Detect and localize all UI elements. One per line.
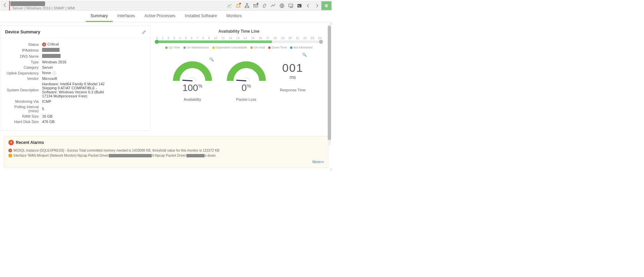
availability-label: Availability (172, 97, 213, 101)
label-polling: Polling Interval (mins) (5, 105, 42, 113)
edit-icon[interactable] (142, 30, 146, 34)
timeline-legend: Up Time On Maintenance Dependent Unavail… (154, 46, 324, 49)
chart-icon[interactable] (225, 1, 234, 10)
responsetime-unit: ms (280, 74, 306, 80)
value-disk: 476 GB (42, 120, 146, 124)
timeline-end-handle[interactable] (319, 40, 323, 44)
responsetime-value: 001 (280, 61, 306, 74)
value-ip-redacted (42, 48, 60, 52)
value-dns-redacted (42, 54, 61, 58)
toolbar-icons (225, 1, 331, 10)
label-ram: RAM Size (5, 114, 42, 118)
alarm-row[interactable]: ! Interface 'WAN Miniport (Network Monit… (8, 153, 324, 158)
label-uplink: Uplink Dependency (5, 71, 42, 75)
svg-rect-3 (248, 7, 249, 8)
value-vendor: Microsoft (42, 76, 146, 81)
label-monvia: Monitoring Via (5, 99, 42, 103)
timeline-uptime-fill (156, 40, 272, 43)
timeline-start-handle[interactable] (155, 40, 159, 44)
value-polling: 5 (42, 107, 146, 111)
workflow-icon[interactable] (243, 1, 251, 10)
svg-line-15 (236, 80, 246, 81)
bell-icon: 🔔 (8, 140, 14, 145)
timeline-axis: 0123456789101112131415161718192021222324 (154, 36, 324, 40)
tab-active-processes[interactable]: Active Processes (140, 11, 180, 22)
alarm-text: MSSQL Instance [SQLEXPRESS] - Excess Tot… (13, 149, 219, 152)
value-monvia: ICMP (42, 99, 146, 103)
value-sysdesc: Hardware: Intel64 Family 6 Model 142 Ste… (42, 82, 113, 98)
label-dns: DNS Name (5, 54, 42, 58)
label-ip: IPAddress (5, 48, 42, 52)
packetloss-label: Packet Loss (226, 97, 266, 101)
value-uplink: None? (42, 71, 146, 75)
tab-interfaces[interactable]: Interfaces (113, 11, 140, 22)
device-fields: Status ✕Critical IPAddress DNS Name Type… (1, 38, 150, 130)
back-button[interactable] (1, 2, 9, 9)
tab-summary[interactable]: Summary (86, 11, 112, 22)
alarm-row[interactable]: ✕ MSSQL Instance [SQLEXPRESS] - Excess T… (8, 148, 324, 153)
recent-alarms-card: 🔔 Recent Alarms ✕ MSSQL Instance [SQLEXP… (4, 136, 328, 168)
legend-downtime: Down Time (272, 46, 287, 49)
availability-value: 100 (182, 83, 198, 93)
value-category: Server (42, 65, 146, 69)
tab-bar: Summary Interfaces Active Processes Inst… (1, 11, 332, 22)
legend-onhold: On Hold (254, 46, 265, 49)
resize-handle-bottom[interactable]: ⠿ (330, 168, 332, 172)
scrollbar[interactable] (328, 24, 331, 146)
link-icon[interactable] (260, 1, 269, 10)
alarms-title: 🔔 Recent Alarms (8, 140, 324, 145)
label-category: Category (5, 65, 42, 69)
device-summary-title-text: Device Summary (5, 29, 40, 34)
value-status: ✕Critical (42, 42, 146, 47)
value-ram: 16 GB (42, 114, 146, 118)
globe-icon[interactable] (278, 1, 286, 10)
prev-icon[interactable] (304, 1, 313, 10)
zoom-icon[interactable]: 🔍 (302, 53, 307, 57)
zoom-icon[interactable]: 🔍 (209, 57, 214, 62)
responsetime-label: Response Time (280, 88, 306, 92)
label-disk: Hard Disk Size (5, 120, 42, 124)
device-summary-title: Device Summary (1, 26, 150, 38)
svg-rect-8 (297, 4, 301, 7)
legend-uptime: Up Time (169, 46, 180, 49)
terminal-icon[interactable] (295, 1, 304, 10)
gauge-packetloss: 0% Packet Loss (226, 61, 266, 101)
timeline-title: Availability Time Line (154, 29, 324, 34)
legend-maintenance: On Maintenance (187, 46, 209, 49)
svg-rect-1 (246, 3, 248, 4)
warning-icon: ! (8, 154, 12, 157)
svg-rect-2 (245, 7, 246, 8)
tab-monitors[interactable]: Monitors (222, 11, 247, 22)
next-icon[interactable] (313, 1, 321, 10)
label-sysdesc: System Description (5, 88, 42, 92)
main-content: ⠿ Device Summary Status ✕Critical IPAddr… (1, 22, 332, 172)
mail-icon[interactable] (251, 1, 260, 10)
alert-icon[interactable] (234, 1, 243, 10)
legend-dependent: Dependent Unavailable (216, 46, 247, 49)
packetloss-value: 0 (242, 83, 247, 93)
device-summary-card: Device Summary Status ✕Critical IPAddres… (1, 26, 151, 131)
trend-icon[interactable] (269, 1, 278, 10)
svg-point-7 (291, 6, 293, 8)
label-status: Status (5, 42, 42, 47)
help-icon[interactable]: ? (52, 71, 56, 75)
label-type: Type (5, 60, 42, 64)
timeline-track[interactable] (156, 40, 322, 43)
hamburger-menu[interactable] (321, 1, 331, 10)
error-icon: ✕ (8, 149, 12, 152)
top-header: Server | Windows 2016 | SNMP | WMI (1, 1, 332, 11)
critical-icon: ✕ (42, 42, 46, 47)
gauges-row: 🔍 100% Availability 0% (154, 61, 324, 101)
more-link[interactable]: More>> (313, 160, 324, 164)
status-accent (9, 1, 10, 10)
scrollbar-thumb[interactable] (328, 26, 331, 140)
legend-notmonitored: Not Monitored (293, 46, 313, 49)
gauge-availability: 🔍 100% Availability (172, 61, 213, 101)
availability-panel: Availability Time Line 01234567891011121… (154, 26, 327, 131)
monitor-config-icon[interactable] (286, 1, 295, 10)
device-name-redacted (10, 1, 45, 6)
breadcrumb: Server | Windows 2016 | SNMP | WMI (12, 6, 75, 10)
value-type: Windows 2016 (42, 60, 146, 64)
svg-line-13 (182, 80, 192, 81)
tab-installed-software[interactable]: Installed Software (180, 11, 221, 22)
